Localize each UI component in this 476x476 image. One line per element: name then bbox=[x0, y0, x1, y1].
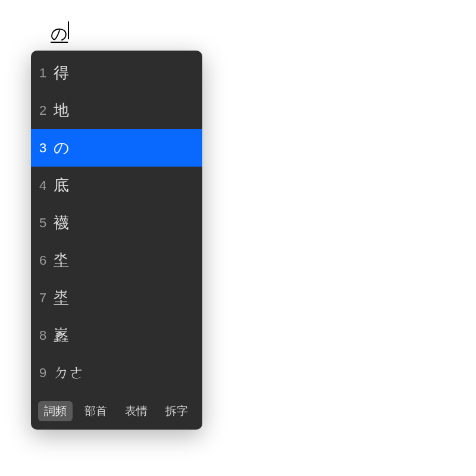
candidate-index: 5 bbox=[39, 215, 51, 231]
text-cursor bbox=[68, 21, 69, 39]
candidate-text: 得 bbox=[54, 62, 69, 83]
candidate-item[interactable]: 2地 bbox=[31, 92, 202, 129]
candidate-text: 底 bbox=[54, 175, 69, 196]
candidate-text: の bbox=[54, 137, 70, 158]
candidate-index: 4 bbox=[39, 178, 51, 193]
ime-tab-bar: 詞頻部首表情拆字 bbox=[31, 395, 202, 430]
composition-input-area[interactable]: の bbox=[51, 21, 69, 45]
candidate-item[interactable]: 7埊 bbox=[31, 279, 202, 317]
candidate-text: 埊 bbox=[54, 287, 69, 308]
candidate-text: 嶳 bbox=[54, 325, 69, 346]
ime-tab[interactable]: 詞頻 bbox=[38, 401, 73, 421]
ime-candidate-panel: 1得2地3の4底5襪6坔7埊8嶳9ㄉㄜ 詞頻部首表情拆字 bbox=[31, 51, 202, 430]
candidate-index: 1 bbox=[39, 65, 51, 81]
candidate-item[interactable]: 9ㄉㄜ bbox=[31, 354, 202, 392]
candidate-text: 坔 bbox=[54, 250, 69, 271]
candidate-index: 7 bbox=[39, 290, 51, 306]
candidate-item[interactable]: 5襪 bbox=[31, 204, 202, 242]
candidate-item[interactable]: 1得 bbox=[31, 54, 202, 92]
candidate-item[interactable]: 6坔 bbox=[31, 242, 202, 279]
ime-tab[interactable]: 表情 bbox=[119, 401, 154, 421]
ime-tab[interactable]: 拆字 bbox=[159, 401, 194, 421]
candidate-item[interactable]: 3の bbox=[31, 129, 202, 167]
composition-text: の bbox=[51, 23, 68, 45]
ime-tab[interactable]: 部首 bbox=[79, 401, 113, 421]
candidate-index: 6 bbox=[39, 253, 51, 268]
candidate-index: 2 bbox=[39, 103, 51, 118]
candidate-index: 3 bbox=[39, 140, 51, 156]
candidate-item[interactable]: 4底 bbox=[31, 167, 202, 204]
candidate-index: 9 bbox=[39, 365, 51, 381]
candidate-list: 1得2地3の4底5襪6坔7埊8嶳9ㄉㄜ bbox=[31, 51, 202, 395]
candidate-item[interactable]: 8嶳 bbox=[31, 317, 202, 354]
candidate-text: 襪 bbox=[54, 212, 69, 233]
candidate-text: 地 bbox=[54, 100, 69, 121]
candidate-index: 8 bbox=[39, 328, 51, 343]
candidate-text: ㄉㄜ bbox=[54, 362, 84, 383]
